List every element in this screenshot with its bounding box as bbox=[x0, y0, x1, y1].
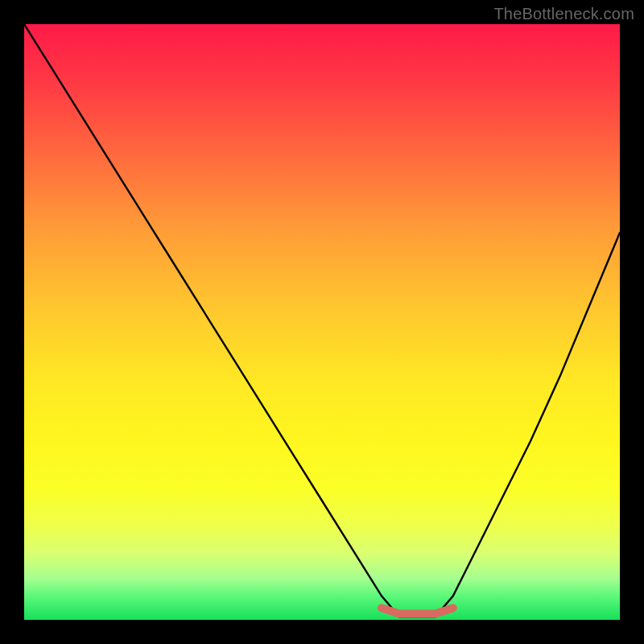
bottleneck-curve-path bbox=[24, 24, 620, 617]
chart-svg bbox=[24, 24, 620, 620]
plot-area bbox=[24, 24, 620, 620]
optimal-band-path bbox=[382, 608, 453, 613]
watermark-text: TheBottleneck.com bbox=[493, 5, 634, 23]
outer-frame: TheBottleneck.com bbox=[0, 0, 644, 644]
